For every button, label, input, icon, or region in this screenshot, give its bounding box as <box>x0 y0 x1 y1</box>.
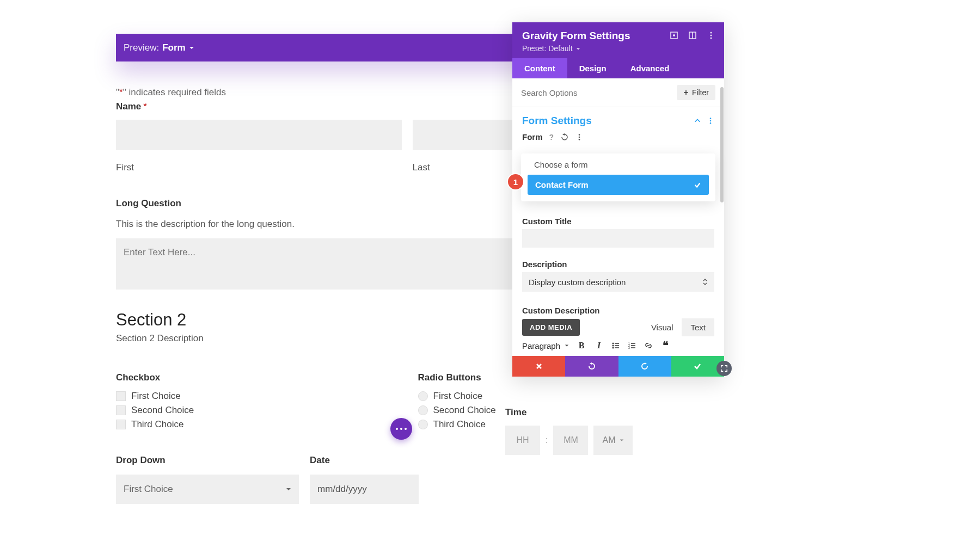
check-icon <box>694 181 701 189</box>
checkbox-item[interactable]: First Choice <box>116 391 396 402</box>
panel-scrollbar[interactable] <box>720 87 724 202</box>
caret-down-icon[interactable] <box>189 42 194 53</box>
sort-icon <box>702 278 708 286</box>
dropdown-label: Drop Down <box>116 455 299 466</box>
time-ampm-select[interactable]: AM <box>593 426 633 455</box>
editor-tab-visual[interactable]: Visual <box>642 318 682 336</box>
svg-point-11 <box>579 136 580 138</box>
svg-point-10 <box>579 134 580 136</box>
panel-preset[interactable]: Preset: Default <box>522 44 714 53</box>
form-row: Form ? <box>512 131 724 147</box>
paragraph-select[interactable]: Paragraph <box>522 341 569 350</box>
expand-icon[interactable] <box>670 31 678 40</box>
bullet-list-icon[interactable] <box>611 341 620 350</box>
date-label: Date <box>310 455 419 466</box>
preview-value[interactable]: Form <box>162 42 186 53</box>
search-row: Filter <box>512 78 724 107</box>
svg-point-8 <box>710 120 712 122</box>
svg-point-1 <box>673 34 675 36</box>
action-bar <box>512 356 724 377</box>
panel-header: Gravity Form Settings Preset: Default <box>512 22 724 58</box>
redo-button[interactable] <box>618 356 671 377</box>
filter-button[interactable]: Filter <box>677 85 715 100</box>
dot-icon <box>405 428 407 430</box>
expand-fab[interactable] <box>716 361 732 376</box>
plus-icon <box>683 90 689 95</box>
form-settings-title: Form Settings <box>522 115 592 127</box>
checkbox-item[interactable]: Third Choice <box>116 419 396 430</box>
time-hh-input[interactable]: HH <box>505 426 540 455</box>
time-group: Time HH : MM AM <box>505 407 633 455</box>
more-vertical-icon[interactable] <box>707 117 714 125</box>
more-vertical-icon[interactable] <box>575 133 583 141</box>
bottom-row: Drop Down First Choice Date mm/dd/yyyy <box>116 455 698 504</box>
italic-icon[interactable]: I <box>594 341 604 350</box>
svg-point-12 <box>579 139 580 140</box>
settings-panel: Gravity Form Settings Preset: Default Co… <box>512 22 724 377</box>
svg-point-9 <box>710 122 712 124</box>
svg-point-14 <box>612 345 614 347</box>
tab-content[interactable]: Content <box>512 58 567 78</box>
svg-point-15 <box>612 347 614 349</box>
dropdown-select[interactable]: First Choice <box>116 475 299 504</box>
description-select[interactable]: Display custom description <box>522 272 714 292</box>
date-input[interactable]: mm/dd/yyyy <box>310 475 419 504</box>
svg-point-7 <box>710 118 712 119</box>
tab-design[interactable]: Design <box>567 58 618 78</box>
custom-desc-label: Custom Description <box>512 301 724 318</box>
form-row-label: Form <box>522 132 543 141</box>
reset-icon[interactable] <box>560 133 569 141</box>
svg-point-4 <box>710 32 712 34</box>
quote-icon[interactable]: ❝ <box>660 341 670 350</box>
chevron-up-icon[interactable] <box>694 117 701 125</box>
radio-item[interactable]: First Choice <box>418 391 699 402</box>
dot-icon <box>396 428 398 430</box>
checkbox-icon[interactable] <box>116 391 126 401</box>
callout-1: 1 <box>507 173 524 190</box>
panel-tabs: Content Design Advanced <box>512 58 724 78</box>
add-media-button[interactable]: ADD MEDIA <box>522 319 580 336</box>
first-sublabel: First <box>116 162 402 173</box>
svg-point-13 <box>612 343 614 344</box>
custom-title-label: Custom Title <box>512 212 724 229</box>
svg-point-5 <box>710 35 712 36</box>
time-label: Time <box>505 407 633 418</box>
more-actions-fab[interactable] <box>390 418 412 440</box>
more-vertical-icon[interactable] <box>707 31 715 40</box>
description-label: Description <box>512 255 724 272</box>
help-icon[interactable]: ? <box>549 133 554 141</box>
checkbox-icon[interactable] <box>116 420 126 429</box>
form-settings-section-head[interactable]: Form Settings <box>512 107 724 131</box>
radio-icon[interactable] <box>418 420 428 429</box>
dot-icon <box>400 428 402 430</box>
checkbox-item[interactable]: Second Choice <box>116 405 396 416</box>
form-chooser: 1 Choose a form Contact Form <box>521 153 715 201</box>
undo-button[interactable] <box>565 356 618 377</box>
editor-tab-text[interactable]: Text <box>682 318 714 336</box>
chevron-down-icon <box>286 484 291 495</box>
checkbox-group: Checkbox First Choice Second Choice Thir… <box>116 372 396 433</box>
preview-label: Preview: <box>124 42 159 53</box>
bold-icon[interactable]: B <box>577 341 586 350</box>
svg-text:3: 3 <box>628 346 630 349</box>
checkbox-label: Checkbox <box>116 372 396 383</box>
number-list-icon[interactable]: 123 <box>628 341 636 350</box>
link-icon[interactable] <box>644 341 653 350</box>
close-button[interactable] <box>512 356 565 377</box>
choose-item-contact-form[interactable]: Contact Form <box>528 175 709 195</box>
editor-toolbar: Paragraph B I 123 ❝ <box>512 336 724 356</box>
choose-label: Choose a form <box>534 160 709 169</box>
tab-advanced[interactable]: Advanced <box>618 58 682 78</box>
time-mm-input[interactable]: MM <box>553 426 588 455</box>
checkbox-icon[interactable] <box>116 405 126 415</box>
first-name-input[interactable] <box>116 120 402 150</box>
search-input[interactable] <box>521 88 677 97</box>
radio-icon[interactable] <box>418 405 428 415</box>
editor-row: ADD MEDIA Visual Text <box>522 318 714 336</box>
caret-down-icon <box>565 343 569 348</box>
time-separator: : <box>546 435 548 445</box>
panel-top-icons <box>670 31 715 40</box>
responsive-icon[interactable] <box>688 31 697 40</box>
custom-title-input[interactable] <box>522 229 714 248</box>
radio-icon[interactable] <box>418 391 428 401</box>
